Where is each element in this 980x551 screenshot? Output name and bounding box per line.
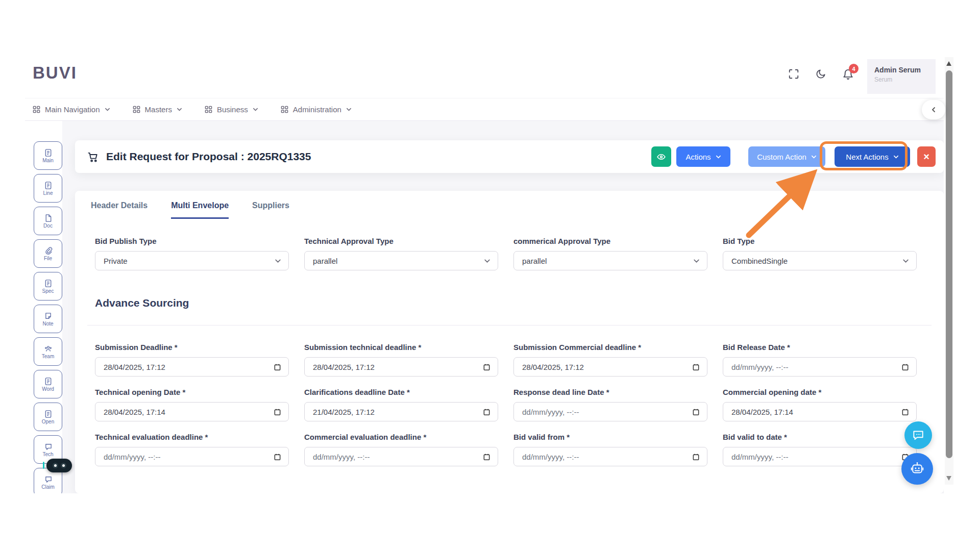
- select-row: Bid Publish Type Private Technical Appro…: [95, 237, 917, 270]
- field-label: Commercial evaluation deadline *: [304, 433, 498, 441]
- rail-item-spec[interactable]: Spec: [34, 272, 62, 300]
- chevron-down-icon: [275, 258, 281, 264]
- calendar-icon[interactable]: [483, 408, 491, 416]
- form-field: Clarifications deadline Date * 21/04/202…: [304, 388, 498, 421]
- sidebar-collapse-button[interactable]: [922, 100, 945, 119]
- field-label: Clarifications deadline Date *: [304, 388, 498, 396]
- tab-header-details[interactable]: Header Details: [91, 201, 148, 219]
- chevron-down-icon: [893, 154, 899, 160]
- tab-suppliers[interactable]: Suppliers: [252, 201, 289, 219]
- form-field: Bid valid to date * dd/mm/yyyy, --:--: [723, 433, 917, 466]
- rail-label: Team: [42, 354, 54, 359]
- nav-label: Masters: [145, 105, 172, 114]
- date-field-grid: Submission Deadline * 28/04/2025, 17:12 …: [95, 343, 917, 466]
- rail-label: Main: [42, 158, 54, 163]
- calendar-icon[interactable]: [274, 363, 281, 371]
- app-header: BUVI 4 Admin Serum Serum: [25, 50, 944, 98]
- rail-label: Note: [42, 321, 53, 327]
- scrollbar-thumb[interactable]: [946, 70, 952, 458]
- fullscreen-icon[interactable]: [787, 67, 800, 81]
- calendar-icon[interactable]: [483, 363, 491, 371]
- note-icon: [44, 312, 53, 320]
- nav-item-main-navigation[interactable]: Main Navigation: [33, 105, 110, 114]
- calendar-icon[interactable]: [274, 408, 281, 416]
- chat-fab-button[interactable]: [904, 421, 932, 449]
- rail-item-note[interactable]: Note: [34, 305, 62, 333]
- calendar-icon[interactable]: [901, 408, 909, 416]
- custom-action-button[interactable]: Custom Action: [748, 146, 825, 167]
- commercial-approval-type-select[interactable]: parallel: [513, 251, 707, 270]
- rail-item-line[interactable]: Line: [34, 174, 62, 203]
- rail-item-doc[interactable]: Doc: [34, 207, 62, 235]
- nav-item-masters[interactable]: Masters: [133, 105, 182, 114]
- document-icon: [44, 410, 53, 418]
- form-field: Bid Type CombinedSingle: [723, 237, 917, 270]
- response-deadline-date-input[interactable]: dd/mm/yyyy, --:--: [513, 402, 707, 421]
- rail-item-main[interactable]: Main: [34, 141, 62, 170]
- technical-approval-type-select[interactable]: parallel: [304, 251, 498, 270]
- chat-icon: [44, 442, 53, 451]
- calendar-icon[interactable]: [692, 453, 700, 461]
- submission-technical-deadline-input[interactable]: 28/04/2025, 17:12: [304, 357, 498, 377]
- grid-icon: [281, 106, 288, 113]
- nav-item-administration[interactable]: Administration: [281, 105, 352, 114]
- rail-item-word[interactable]: Word: [34, 370, 62, 398]
- technical-evaluation-deadline-input[interactable]: dd/mm/yyyy, --:--: [95, 447, 289, 466]
- chevron-down-icon: [177, 107, 182, 112]
- chevron-down-icon: [811, 154, 817, 160]
- date-placeholder: dd/mm/yyyy, --:--: [104, 453, 160, 461]
- user-profile[interactable]: Admin Serum Serum: [867, 59, 936, 94]
- form-field: Bid Release Date * dd/mm/yyyy, --:--: [723, 343, 917, 377]
- date-value: 28/04/2025, 17:12: [104, 363, 165, 371]
- calendar-icon[interactable]: [483, 453, 491, 461]
- submission-deadline-input[interactable]: 28/04/2025, 17:12: [95, 357, 289, 377]
- select-value: parallel: [522, 257, 547, 265]
- dark-mode-moon-icon[interactable]: [814, 67, 827, 81]
- select-value: Private: [104, 257, 128, 265]
- tab-multi-envelope[interactable]: Multi Envelope: [171, 201, 229, 219]
- commercial-opening-date-input[interactable]: 28/04/2025, 17:14: [723, 402, 917, 421]
- technical-opening-date-input[interactable]: 28/04/2025, 17:14: [95, 402, 289, 421]
- date-placeholder: dd/mm/yyyy, --:--: [731, 453, 788, 461]
- title-card: Edit Request for Proposal : 2025RQ1335 A…: [75, 140, 944, 173]
- nav-item-business[interactable]: Business: [205, 105, 258, 114]
- document-icon: [44, 148, 53, 157]
- preview-eye-button[interactable]: [651, 146, 671, 167]
- rail-item-file[interactable]: File: [34, 239, 62, 268]
- notifications-bell-icon[interactable]: 4: [841, 67, 854, 81]
- calendar-icon[interactable]: [692, 408, 700, 416]
- rail-item-team[interactable]: Team: [34, 337, 62, 366]
- calendar-icon[interactable]: [692, 363, 700, 371]
- select-value: parallel: [313, 257, 337, 265]
- field-label: Technical evaluation deadline *: [95, 433, 289, 441]
- cart-icon: [87, 151, 99, 163]
- bid-type-select[interactable]: CombinedSingle: [723, 251, 917, 270]
- bid-publish-type-select[interactable]: Private: [95, 251, 289, 270]
- bid-release-date-input[interactable]: dd/mm/yyyy, --:--: [723, 357, 917, 377]
- field-label: Submission Commercial deadline *: [513, 343, 707, 352]
- assistant-robot-fab-button[interactable]: [901, 453, 933, 485]
- chevron-left-icon: [930, 107, 937, 113]
- scroll-down-arrow[interactable]: [946, 476, 951, 481]
- form-field: Commercial opening date * 28/04/2025, 17…: [723, 388, 917, 421]
- commercial-evaluation-deadline-input[interactable]: dd/mm/yyyy, --:--: [304, 447, 498, 466]
- clarifications-deadline-date-input[interactable]: 21/04/2025, 17:12: [304, 402, 498, 421]
- calendar-icon[interactable]: [901, 363, 909, 371]
- actions-button[interactable]: Actions: [676, 146, 730, 167]
- nav-label: Main Navigation: [45, 105, 100, 114]
- brand-logo: BUVI: [33, 63, 77, 83]
- rail-label: Claim: [41, 485, 55, 490]
- bid-valid-to-date-input[interactable]: dd/mm/yyyy, --:--: [723, 447, 917, 466]
- grid-icon: [205, 106, 212, 113]
- form-field: Submission Deadline * 28/04/2025, 17:12: [95, 343, 289, 377]
- close-button[interactable]: ×: [917, 146, 936, 167]
- page-body: Main Line Doc File Spec Note Team Word O…: [25, 121, 944, 493]
- rail-item-open[interactable]: Open: [34, 403, 62, 431]
- bid-valid-from-input[interactable]: dd/mm/yyyy, --:--: [513, 447, 707, 466]
- actions-button-label: Actions: [685, 153, 710, 161]
- calendar-icon[interactable]: [274, 453, 281, 461]
- next-actions-button[interactable]: Next Actions: [835, 146, 910, 167]
- submission-commercial-deadline-input[interactable]: 28/04/2025, 17:12: [513, 357, 707, 377]
- rail-label: Doc: [43, 223, 53, 229]
- scroll-up-arrow[interactable]: [946, 61, 951, 66]
